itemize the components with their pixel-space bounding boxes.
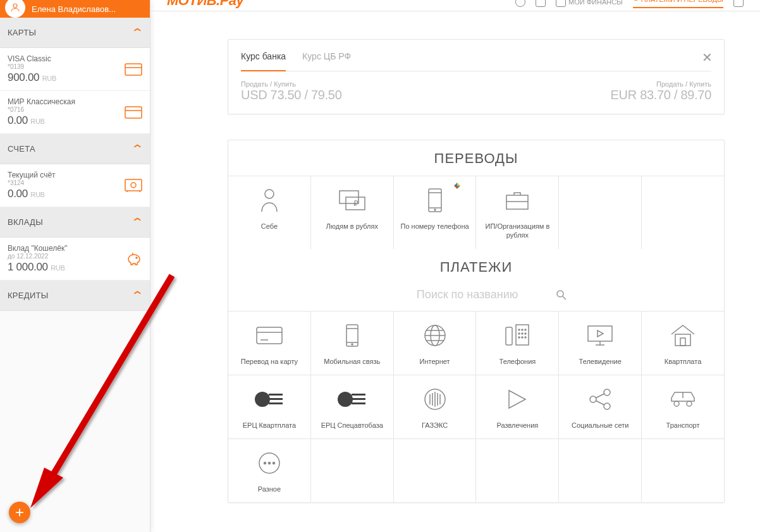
svg-rect-1 (125, 64, 142, 75)
svg-text:₽: ₽ (353, 199, 359, 208)
svg-point-65 (590, 396, 596, 402)
svg-point-66 (604, 389, 610, 396)
payment-tv[interactable]: Телевидение (559, 311, 642, 375)
add-button[interactable]: + (9, 502, 30, 523)
account-item[interactable]: Текущий счёт *3124 0.00 RUB (0, 164, 150, 207)
deposit-item[interactable]: Вклад "Кошелёк" до 12.12.2022 1 000.00 R… (0, 238, 150, 281)
empty-cell (311, 439, 394, 502)
header-icon-exit[interactable] (733, 0, 744, 7)
svg-point-0 (13, 4, 17, 8)
empty-cell (394, 439, 477, 502)
payment-card-transfer[interactable]: Перевод на карту (228, 311, 311, 375)
card-item[interactable]: МИР Классическая *0716 0.00 RUB (0, 91, 150, 134)
payment-erc-waste[interactable]: ЕРЦ Спецавтобаза (311, 375, 394, 438)
user-name: Елена Владиславов... (32, 4, 116, 14)
briefcase-icon (505, 186, 529, 214)
chevron-up-icon: ⌃ (130, 142, 145, 156)
sbp-badge-icon (453, 181, 462, 190)
card-item[interactable]: VISA Classic *0139 900.00 RUB (0, 48, 150, 91)
svg-rect-61 (352, 398, 365, 400)
svg-point-59 (338, 392, 353, 407)
svg-point-32 (352, 344, 353, 345)
logo[interactable]: МОТИВ.Pay (167, 0, 243, 9)
payment-telephony[interactable]: Телефония (476, 311, 559, 375)
svg-point-42 (525, 329, 526, 330)
payment-rent[interactable]: Квартплата (642, 311, 724, 375)
landline-icon (505, 322, 530, 349)
nav-finances[interactable]: МОИ ФИНАНСЫ (556, 0, 623, 7)
house-icon (670, 322, 696, 349)
section-credits-header[interactable]: КРЕДИТЫ ⌃ (0, 281, 150, 311)
transfer-to-business[interactable]: ИП/Организациям в рублях (476, 176, 559, 249)
section-deposits-header[interactable]: ВКЛАДЫ ⌃ (0, 207, 150, 238)
erc-icon (254, 385, 285, 413)
car-icon (669, 385, 697, 413)
svg-rect-62 (352, 402, 365, 404)
payment-gazeks[interactable]: ГАЗЭКС (394, 375, 477, 438)
empty-cell (559, 439, 642, 502)
svg-marker-14 (454, 183, 457, 186)
svg-marker-17 (454, 186, 457, 189)
svg-point-46 (518, 337, 520, 338)
svg-point-43 (518, 333, 520, 334)
svg-rect-53 (675, 334, 690, 346)
card-icon (255, 322, 283, 349)
payment-social[interactable]: Социальные сети (559, 375, 642, 438)
nav-payments[interactable]: ↻ПЛАТЕЖИ И ПЕРЕВОДЫ (633, 0, 723, 8)
transfer-by-phone[interactable]: По номеру телефона (394, 176, 477, 249)
transfer-people-rub[interactable]: ₽ Людям в рублях (311, 176, 394, 249)
chevron-up-icon: ⌃ (130, 215, 145, 229)
payment-transport[interactable]: Транспорт (642, 375, 724, 438)
svg-marker-16 (457, 186, 460, 189)
svg-line-68 (596, 394, 604, 398)
header-icon-promo[interactable] (515, 0, 525, 7)
svg-rect-58 (269, 402, 283, 404)
section-cards-header[interactable]: КАРТЫ ⌃ (0, 18, 150, 48)
svg-point-41 (522, 329, 523, 330)
svg-rect-56 (269, 394, 283, 396)
piggy-icon (125, 251, 142, 267)
header-icon-messages[interactable] (536, 0, 546, 7)
svg-point-67 (604, 403, 610, 409)
main-content: ✕ Курс банка Курс ЦБ РФ Продать / Купить… (150, 11, 760, 532)
close-icon[interactable]: ✕ (702, 50, 713, 65)
svg-rect-5 (125, 179, 142, 191)
transfer-self[interactable]: Себе (228, 176, 311, 249)
svg-rect-26 (257, 327, 282, 344)
chevron-up-icon: ⌃ (130, 289, 145, 303)
section-accounts-header[interactable]: СЧЕТА ⌃ (0, 134, 150, 164)
payments-title: ПЛАТЕЖИ (228, 249, 724, 284)
svg-point-76 (273, 462, 274, 464)
tab-bank-rate[interactable]: Курс банка (241, 51, 286, 71)
tab-cbrf-rate[interactable]: Курс ЦБ РФ (302, 51, 351, 71)
svg-point-9 (136, 257, 137, 258)
gas-icon (424, 385, 446, 413)
rate-eur: EUR 83.70 / 89.70 (611, 88, 711, 102)
payment-entertainment[interactable]: Развлечения (476, 375, 559, 438)
more-icon (257, 449, 281, 477)
payment-erc-rent[interactable]: ЕРЦ Квартплата (228, 375, 311, 438)
person-icon (258, 186, 281, 214)
svg-line-25 (563, 296, 566, 299)
payment-mobile[interactable]: Мобильная связь (311, 311, 394, 375)
transfers-title: ПЕРЕВОДЫ (228, 140, 724, 176)
svg-marker-50 (598, 330, 603, 337)
svg-marker-64 (509, 390, 525, 408)
mobile-icon (345, 322, 359, 349)
search-input[interactable] (385, 288, 549, 302)
svg-point-47 (522, 337, 523, 338)
payment-other[interactable]: Разное (228, 439, 311, 502)
profile-bar[interactable]: Елена Владиславов... (0, 0, 150, 18)
search-icon[interactable] (556, 289, 567, 301)
erc-icon (336, 385, 368, 413)
svg-marker-15 (457, 183, 460, 186)
svg-rect-57 (269, 398, 283, 400)
payment-internet[interactable]: Интернет (394, 311, 477, 375)
empty-cell (476, 439, 559, 502)
rate-usd: USD 73.50 / 79.50 (241, 88, 341, 102)
play-icon (506, 385, 528, 413)
card-icon (125, 106, 142, 119)
svg-point-55 (255, 392, 270, 407)
money-icon: ₽ (338, 186, 366, 214)
empty-cell (559, 176, 642, 249)
